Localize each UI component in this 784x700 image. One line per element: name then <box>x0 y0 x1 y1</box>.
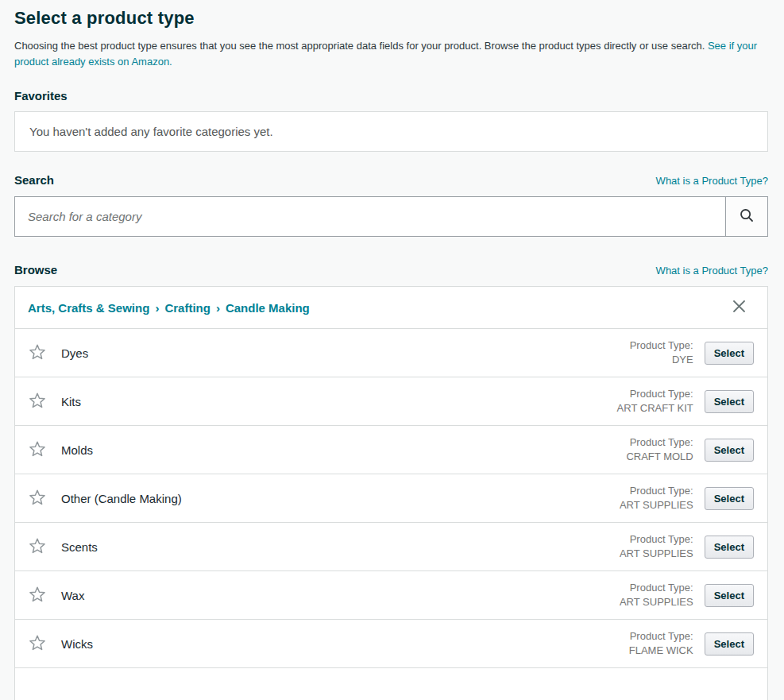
favorite-star-button[interactable] <box>28 634 47 653</box>
category-name: Dyes <box>61 346 88 360</box>
star-icon <box>28 391 47 412</box>
product-type-value: CRAFT MOLD <box>626 450 693 464</box>
product-type-label: Product Type: <box>617 387 693 401</box>
category-name: Scents <box>61 540 98 554</box>
breadcrumb-item-leaf[interactable]: Candle Making <box>226 301 310 315</box>
select-button[interactable]: Select <box>705 342 754 365</box>
select-button[interactable]: Select <box>705 632 754 656</box>
search-section-header: Search What is a Product Type? <box>14 173 768 187</box>
category-row: Molds Product Type: CRAFT MOLD Select <box>15 425 767 474</box>
product-type-value: ART SUPPLIES <box>620 547 693 561</box>
favorites-heading: Favorites <box>14 89 768 102</box>
product-type-label: Product Type: <box>629 629 693 644</box>
category-list: Dyes Product Type: DYE Select Kits Produ… <box>15 328 767 667</box>
product-type-value: ART SUPPLIES <box>620 595 693 609</box>
browse-panel: Arts, Crafts & Sewing›Crafting›Candle Ma… <box>14 286 768 700</box>
favorite-star-button[interactable] <box>28 392 47 411</box>
select-button[interactable]: Select <box>705 487 754 510</box>
category-row: Kits Product Type: ART CRAFT KIT Select <box>15 377 767 425</box>
browse-help-link[interactable]: What is a Product Type? <box>656 265 768 277</box>
favorite-star-button[interactable] <box>28 440 47 459</box>
category-name: Wicks <box>61 637 93 651</box>
product-type-block: Product Type: ART SUPPLIES <box>620 532 693 561</box>
product-type-block: Product Type: ART SUPPLIES <box>620 581 693 609</box>
search-heading: Search <box>14 173 54 187</box>
close-breadcrumb-button[interactable] <box>730 297 748 318</box>
breadcrumb: Arts, Crafts & Sewing›Crafting›Candle Ma… <box>28 301 730 315</box>
description-text: Choosing the best product type ensures t… <box>14 40 708 52</box>
breadcrumb-item-mid[interactable]: Crafting <box>164 301 210 315</box>
product-type-label: Product Type: <box>620 532 693 547</box>
select-button[interactable]: Select <box>705 536 754 559</box>
search-help-link[interactable]: What is a Product Type? <box>656 175 768 187</box>
product-type-label: Product Type: <box>630 338 693 353</box>
breadcrumb-separator-icon: › <box>155 301 159 315</box>
star-icon <box>28 488 47 509</box>
search-icon <box>739 207 755 226</box>
page-title: Select a product type <box>14 8 768 29</box>
product-type-value: DYE <box>630 353 693 367</box>
category-name: Molds <box>61 443 93 457</box>
star-icon <box>28 633 47 655</box>
search-input[interactable] <box>14 196 726 237</box>
browse-heading: Browse <box>14 263 57 277</box>
product-type-label: Product Type: <box>626 435 693 450</box>
select-product-type-page: Select a product type Choosing the best … <box>0 0 784 700</box>
breadcrumb-separator-icon: › <box>216 301 220 315</box>
partial-next-row <box>15 667 767 700</box>
category-row: Scents Product Type: ART SUPPLIES Select <box>15 522 767 570</box>
close-icon <box>732 299 747 316</box>
product-type-block: Product Type: ART SUPPLIES <box>620 484 693 512</box>
star-icon <box>28 342 47 364</box>
product-type-block: Product Type: DYE <box>630 338 693 367</box>
category-name: Kits <box>61 395 81 408</box>
product-type-value: ART SUPPLIES <box>620 498 693 512</box>
favorite-star-button[interactable] <box>28 537 47 556</box>
product-type-block: Product Type: FLAME WICK <box>629 629 693 658</box>
product-type-label: Product Type: <box>620 581 693 595</box>
product-type-label: Product Type: <box>620 484 693 498</box>
star-icon <box>28 536 47 558</box>
star-icon <box>28 439 47 461</box>
browse-section-header: Browse What is a Product Type? <box>14 263 768 277</box>
star-icon <box>28 585 47 606</box>
favorites-empty-message: You haven't added any favorite categorie… <box>29 125 273 138</box>
category-name: Wax <box>61 589 84 602</box>
product-type-value: FLAME WICK <box>629 644 693 658</box>
favorite-star-button[interactable] <box>28 586 47 605</box>
category-name: Other (Candle Making) <box>61 492 182 505</box>
select-button[interactable]: Select <box>705 439 754 462</box>
product-type-block: Product Type: CRAFT MOLD <box>626 435 693 464</box>
category-row: Other (Candle Making) Product Type: ART … <box>15 474 767 522</box>
select-button[interactable]: Select <box>705 584 754 607</box>
select-button[interactable]: Select <box>705 390 754 413</box>
search-button[interactable] <box>725 196 768 237</box>
favorites-empty-box: You haven't added any favorite categorie… <box>14 111 768 152</box>
product-type-block: Product Type: ART CRAFT KIT <box>617 387 693 416</box>
category-row: Dyes Product Type: DYE Select <box>15 328 767 377</box>
category-row: Wicks Product Type: FLAME WICK Select <box>15 619 767 667</box>
breadcrumb-row: Arts, Crafts & Sewing›Crafting›Candle Ma… <box>15 287 767 328</box>
product-type-value: ART CRAFT KIT <box>617 401 693 416</box>
favorite-star-button[interactable] <box>28 343 47 362</box>
category-row: Wax Product Type: ART SUPPLIES Select <box>15 570 767 619</box>
breadcrumb-item-root[interactable]: Arts, Crafts & Sewing <box>28 301 149 315</box>
search-bar <box>14 196 768 237</box>
page-description: Choosing the best product type ensures t… <box>14 38 768 70</box>
favorite-star-button[interactable] <box>28 489 47 508</box>
